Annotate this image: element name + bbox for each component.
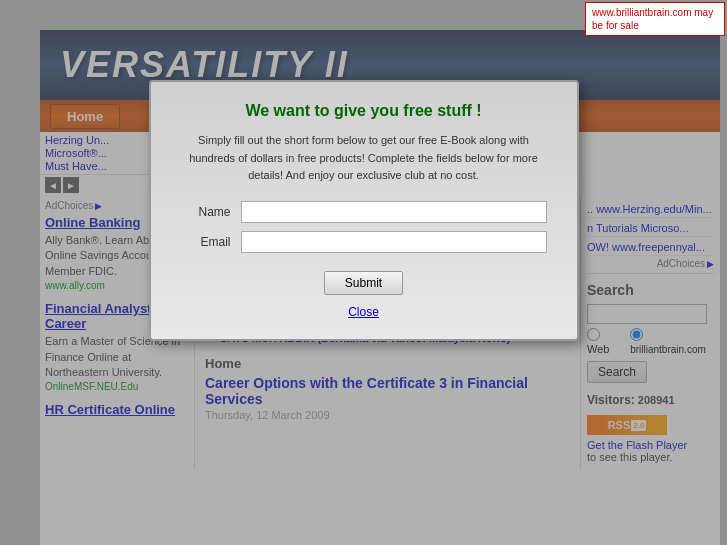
modal-overlay: We want to give you free stuff ! Simply … <box>0 0 727 545</box>
sale-notice: www.brilliantbrain.com may be for sale <box>585 2 725 36</box>
modal-box: We want to give you free stuff ! Simply … <box>149 80 579 341</box>
submit-row: Submit <box>181 271 547 295</box>
modal-description: Simply fill out the short form below to … <box>181 132 547 185</box>
submit-button[interactable]: Submit <box>324 271 403 295</box>
email-row: Email <box>181 231 547 253</box>
name-label: Name <box>181 205 231 219</box>
name-row: Name <box>181 201 547 223</box>
modal-title: We want to give you free stuff ! <box>181 102 547 120</box>
close-link[interactable]: Close <box>181 305 547 319</box>
name-input[interactable] <box>241 201 547 223</box>
email-input[interactable] <box>241 231 547 253</box>
modal-form: Name Email Submit <box>181 201 547 295</box>
email-label: Email <box>181 235 231 249</box>
